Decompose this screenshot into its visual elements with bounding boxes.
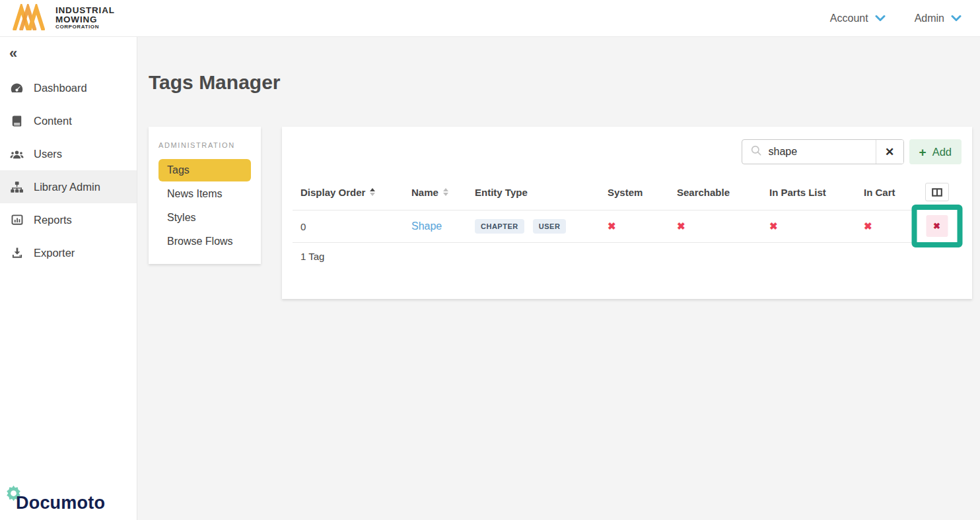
column-label: Display Order [300,187,365,198]
top-header: INDUSTRIAL MOWING CORPORATION Account Ad… [0,0,980,37]
sidebar-item-users[interactable]: Users [0,137,137,170]
column-label: Name [411,187,438,198]
false-cross-icon: ✖ [769,220,778,232]
sort-asc-icon [370,188,375,196]
table-row-count: 1 Tag [293,243,962,262]
sidebar-item-label: Library Admin [34,181,100,193]
account-menu[interactable]: Account [830,13,886,24]
column-header-system: System [600,172,669,211]
entity-type-badge: CHAPTER [475,219,524,234]
account-menu-label: Account [830,13,868,24]
chevron-down-icon [951,13,962,24]
clear-search-button[interactable]: ✕ [876,140,903,164]
false-cross-icon: ✖ [864,220,872,232]
sidebar-item-content[interactable]: Content [0,104,137,137]
annotation-highlight-box: ✖ [911,205,962,247]
table-header-row: Display Order Name Entity Type [293,172,962,211]
column-header-searchable: Searchable [669,172,761,211]
delete-tag-button[interactable]: ✖ [926,215,948,237]
add-tag-button[interactable]: + Add [909,139,962,164]
sidebar-item-dashboard[interactable]: Dashboard [0,71,137,104]
sidebar-item-label: Content [34,115,72,127]
sitemap-icon [10,180,24,194]
sort-icon [443,188,448,196]
table-toolbar: ✕ + Add [293,139,962,164]
tags-table: Display Order Name Entity Type [293,172,962,243]
company-logo-mark-icon [9,4,50,33]
search-input[interactable] [769,146,873,158]
table-row: 0 Shape CHAPTER USER ✖ ✖ ✖ ✖ [293,211,962,243]
administration-heading: ADMINISTRATION [158,141,251,149]
entity-type-badge: USER [533,219,567,234]
main-content: Tags Manager ADMINISTRATION Tags News It… [137,37,980,520]
sidebar-item-label: Dashboard [34,82,87,94]
column-header-entity-type: Entity Type [467,172,600,211]
brand-name-line2: MOWING [55,15,115,24]
add-button-label: Add [932,146,952,158]
admin-menu[interactable]: Admin [915,13,962,24]
admin-nav-item-browse-flows[interactable]: Browse Flows [158,230,251,253]
main-sidebar: « Dashboard Content Users [0,37,137,520]
sidebar-item-exporter[interactable]: Exporter [0,236,137,269]
false-cross-icon: ✖ [677,220,685,232]
documoto-wordmark: Documoto [16,493,105,513]
false-cross-icon: ✖ [608,220,616,232]
sidebar-item-label: Users [34,148,62,160]
plus-icon: + [919,146,927,158]
sidebar-item-label: Reports [34,214,72,226]
column-header-name[interactable]: Name [411,187,448,198]
column-header-display-order[interactable]: Display Order [300,187,375,198]
chevron-down-icon [875,13,886,24]
bar-chart-icon [10,213,24,227]
book-icon [10,114,24,128]
brand-name-line1: INDUSTRIAL [55,6,115,15]
admin-nav-item-styles[interactable]: Styles [158,207,251,229]
company-logo: INDUSTRIAL MOWING CORPORATION [9,4,115,33]
sidebar-collapse-button[interactable]: « [9,46,17,61]
column-header-in-parts-list: In Parts List [761,172,856,211]
admin-menu-label: Admin [915,13,944,24]
column-picker-button[interactable] [925,183,949,201]
gauge-icon [10,81,24,95]
cell-display-order: 0 [293,211,403,243]
documoto-logo: Documoto [5,485,105,513]
sidebar-item-label: Exporter [34,247,75,259]
sidebar-item-reports[interactable]: Reports [0,203,137,236]
search-group: ✕ [742,139,904,164]
column-header-in-cart: In Cart [856,172,912,211]
search-icon [750,145,762,159]
admin-nav-item-tags[interactable]: Tags [158,159,251,181]
tag-name-link[interactable]: Shape [411,220,442,232]
sidebar-item-library-admin[interactable]: Library Admin [0,170,137,203]
tags-table-card: ✕ + Add [282,127,972,299]
brand-name-line3: CORPORATION [55,24,115,30]
admin-nav-item-news-items[interactable]: News Items [158,183,251,205]
administration-nav-card: ADMINISTRATION Tags News Items Styles Br… [149,127,261,264]
download-icon [10,246,24,260]
page-title: Tags Manager [149,71,972,94]
users-icon [10,147,24,161]
